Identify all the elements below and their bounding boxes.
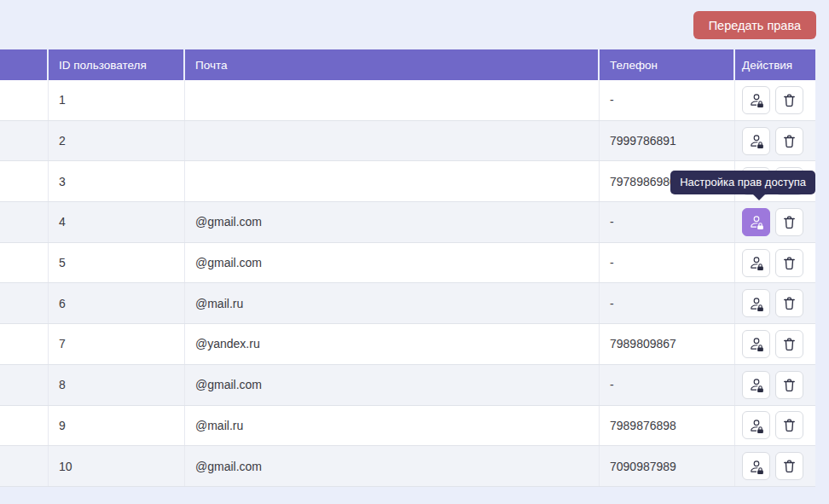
cell-email: @mail.ru <box>185 283 600 323</box>
delete-button[interactable] <box>775 127 803 155</box>
table-row: 5 @gmail.com - <box>0 243 815 284</box>
cell-phone: 7989809867 <box>600 324 735 364</box>
toolbar: Передать права <box>693 11 816 39</box>
cell-blank <box>0 283 49 323</box>
cell-email <box>185 80 600 120</box>
permissions-button[interactable] <box>742 452 770 480</box>
permissions-button[interactable] <box>742 330 770 358</box>
tooltip-text: Настройка прав доступа <box>680 176 806 188</box>
person-lock-icon <box>749 133 764 148</box>
tooltip-arrow-icon <box>752 194 766 200</box>
cell-actions <box>735 283 815 323</box>
table-row: 8 @gmail.com - <box>0 365 815 406</box>
delete-button[interactable] <box>775 208 803 236</box>
access-rights-tooltip: Настройка прав доступа <box>670 171 815 194</box>
cell-email <box>185 161 600 201</box>
cell-phone: 7989876898 <box>600 406 735 446</box>
delete-button[interactable] <box>775 411 803 439</box>
permissions-button[interactable] <box>742 289 770 317</box>
cell-user-id: 1 <box>49 80 185 120</box>
table-row: 10 @gmail.com 7090987989 <box>0 446 815 487</box>
permissions-button[interactable] <box>742 86 770 114</box>
cell-phone: 7090987989 <box>600 446 735 486</box>
cell-actions <box>735 80 815 120</box>
table-row: 4 @gmail.com - <box>0 202 815 243</box>
delete-button[interactable] <box>775 371 803 399</box>
cell-user-id: 8 <box>49 365 185 405</box>
delete-button[interactable] <box>775 249 803 277</box>
permissions-button[interactable] <box>742 411 770 439</box>
trash-icon <box>782 296 797 310</box>
cell-blank <box>0 406 49 446</box>
cell-user-id: 9 <box>49 406 185 446</box>
cell-email: @gmail.com <box>185 243 600 283</box>
cell-phone: - <box>600 365 735 405</box>
cell-actions <box>735 243 815 283</box>
cell-blank <box>0 202 49 242</box>
cell-actions <box>735 324 815 364</box>
header-phone: Телефон <box>600 49 735 80</box>
cell-phone: - <box>600 80 735 120</box>
cell-actions <box>735 406 815 446</box>
cell-email: @mail.ru <box>185 406 600 446</box>
delete-button[interactable] <box>775 289 803 317</box>
cell-blank <box>0 446 49 486</box>
cell-user-id: 2 <box>49 121 185 161</box>
transfer-rights-button[interactable]: Передать права <box>693 11 816 39</box>
person-lock-icon <box>749 459 764 474</box>
table-row: 1 - <box>0 80 815 121</box>
table-body: 1 - 2 7999786891 <box>0 80 815 487</box>
person-lock-icon <box>749 336 764 351</box>
header-email: Почта <box>185 49 600 80</box>
table-row: 2 7999786891 <box>0 121 815 162</box>
cell-actions <box>735 202 815 242</box>
permissions-button[interactable] <box>742 127 770 155</box>
cell-blank <box>0 80 49 120</box>
cell-user-id: 7 <box>49 324 185 364</box>
cell-actions <box>735 121 815 161</box>
person-lock-icon <box>749 418 764 433</box>
trash-icon <box>782 134 797 148</box>
trash-icon <box>782 215 797 229</box>
cell-email <box>185 121 600 161</box>
person-lock-icon <box>749 296 764 311</box>
person-lock-icon <box>749 255 764 270</box>
cell-user-id: 3 <box>49 161 185 201</box>
trash-icon <box>782 418 797 432</box>
cell-blank <box>0 161 49 201</box>
cell-blank <box>0 324 49 364</box>
person-lock-icon <box>749 377 764 392</box>
delete-button[interactable] <box>775 86 803 114</box>
header-user-id: ID пользователя <box>49 49 185 80</box>
cell-email: @gmail.com <box>185 365 600 405</box>
delete-button[interactable] <box>775 330 803 358</box>
trash-icon <box>782 459 797 473</box>
cell-phone: - <box>600 283 735 323</box>
trash-icon <box>782 378 797 392</box>
cell-blank <box>0 365 49 405</box>
cell-actions <box>735 446 815 486</box>
cell-email: @gmail.com <box>185 202 600 242</box>
users-table: ID пользователя Почта Телефон Действия 1… <box>0 49 815 487</box>
permissions-button[interactable] <box>742 208 770 236</box>
person-lock-icon <box>749 214 764 229</box>
cell-email: @yandex.ru <box>185 324 600 364</box>
table-row: 7 @yandex.ru 7989809867 <box>0 324 815 365</box>
person-lock-icon <box>749 92 764 107</box>
cell-user-id: 10 <box>49 446 185 486</box>
cell-email: @gmail.com <box>185 446 600 486</box>
cell-phone: - <box>600 243 735 283</box>
delete-button[interactable] <box>775 452 803 480</box>
cell-blank <box>0 243 49 283</box>
permissions-button[interactable] <box>742 249 770 277</box>
cell-user-id: 6 <box>49 283 185 323</box>
trash-icon <box>782 93 797 107</box>
table-row: 6 @mail.ru - <box>0 283 815 324</box>
header-actions: Действия <box>735 49 815 80</box>
cell-user-id: 5 <box>49 243 185 283</box>
table-header-row: ID пользователя Почта Телефон Действия <box>0 49 815 80</box>
cell-blank <box>0 121 49 161</box>
cell-user-id: 4 <box>49 202 185 242</box>
table-row: 9 @mail.ru 7989876898 <box>0 406 815 447</box>
permissions-button[interactable] <box>742 371 770 399</box>
